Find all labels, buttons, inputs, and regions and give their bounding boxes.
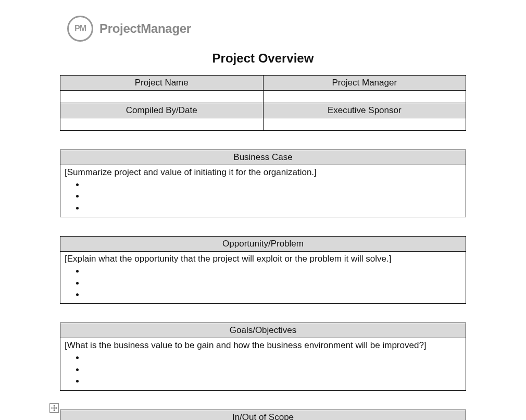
list-item[interactable] — [84, 364, 461, 375]
list-item[interactable] — [84, 289, 461, 300]
cell-exec-sponsor[interactable] — [263, 118, 466, 131]
list-item[interactable] — [84, 202, 461, 214]
section-heading: In/Out of Scope — [60, 410, 466, 420]
section-placeholder: [What is the business value to be gain a… — [65, 340, 427, 350]
list-item[interactable] — [84, 190, 461, 202]
list-item[interactable] — [84, 265, 461, 277]
logo-text: ProjectManager — [99, 21, 191, 36]
meta-table: Project Name Project Manager Compiled By… — [60, 75, 466, 131]
cell-project-name[interactable] — [60, 91, 264, 103]
header-exec-sponsor: Executive Sponsor — [263, 103, 466, 118]
list-item[interactable] — [84, 277, 461, 289]
section-heading: Goals/Objectives — [60, 323, 466, 338]
bullet-list — [84, 265, 461, 300]
section-body[interactable]: [Explain what the opportunity that the p… — [60, 252, 466, 304]
section-placeholder: [Explain what the opportunity that the p… — [65, 254, 391, 264]
header-compiled-by: Compiled By/Date — [60, 103, 264, 118]
section-body[interactable]: [What is the business value to be gain a… — [60, 338, 466, 390]
list-item[interactable] — [84, 179, 461, 190]
list-item[interactable] — [84, 352, 461, 363]
brand-logo: PM ProjectManager — [67, 16, 466, 42]
section-opportunity: Opportunity/Problem [Explain what the op… — [60, 236, 466, 304]
logo-abbr: PM — [74, 24, 86, 33]
list-item[interactable] — [84, 375, 461, 387]
bullet-list — [84, 352, 461, 387]
section-goals: Goals/Objectives [What is the business v… — [60, 323, 466, 390]
section-business-case: Business Case [Summarize project and val… — [60, 150, 466, 217]
section-heading: Business Case — [60, 150, 466, 165]
logo-badge-icon: PM — [67, 16, 93, 42]
section-body[interactable]: [Summarize project and value of initiati… — [60, 165, 466, 217]
section-placeholder: [Summarize project and value of initiati… — [65, 167, 317, 177]
cell-project-manager[interactable] — [263, 91, 466, 103]
move-table-icon[interactable] — [49, 403, 59, 413]
section-heading: Opportunity/Problem — [60, 237, 466, 252]
page-title: Project Overview — [60, 51, 466, 66]
header-project-manager: Project Manager — [263, 76, 466, 91]
bullet-list — [84, 179, 461, 214]
cell-compiled-by[interactable] — [60, 118, 264, 131]
section-scope: In/Out of Scope [What is within the scop… — [60, 410, 466, 420]
header-project-name: Project Name — [60, 76, 264, 91]
